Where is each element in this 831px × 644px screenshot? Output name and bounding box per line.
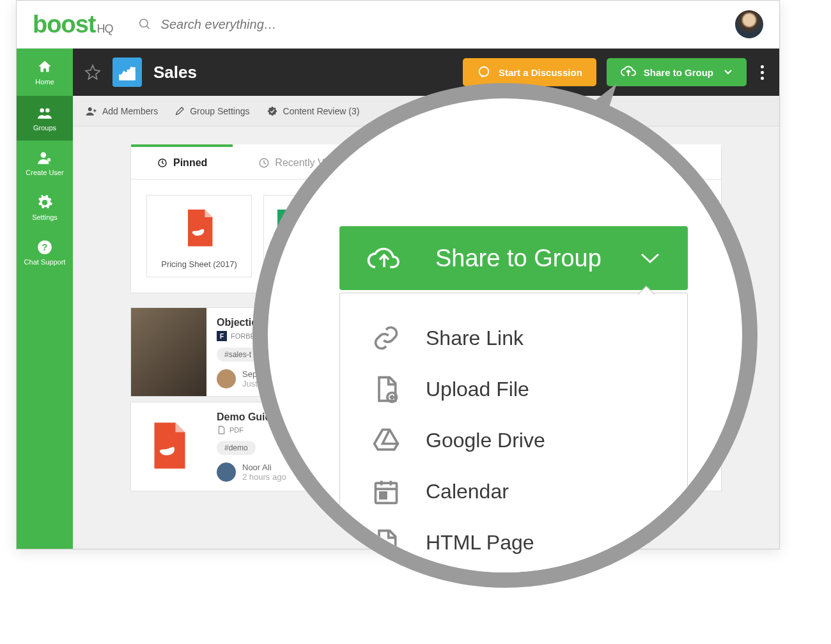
toolbar-label: Group Settings — [190, 106, 249, 116]
svg-rect-9 — [124, 73, 127, 79]
add-members-button[interactable]: Add Members — [86, 105, 158, 117]
groups-icon — [36, 105, 53, 121]
feed-source: PDF — [229, 426, 244, 434]
button-label: Share to Group — [435, 245, 639, 272]
sidebar: Home Groups Create User Settings ? Chat … — [17, 49, 73, 549]
more-menu[interactable] — [757, 65, 768, 80]
menu-label: Google Drive — [426, 429, 545, 452]
pdf-icon — [184, 210, 215, 248]
pin-icon — [157, 157, 168, 169]
menu-calendar[interactable]: Calendar — [372, 466, 655, 517]
calendar-icon — [372, 477, 400, 505]
search-icon — [138, 17, 151, 31]
menu-label: HTML Page — [426, 531, 534, 555]
sidebar-item-settings[interactable]: Settings — [17, 185, 73, 230]
svg-point-3 — [45, 108, 50, 112]
pdf-icon — [150, 422, 188, 471]
sidebar-label: Create User — [26, 169, 63, 176]
sidebar-label: Chat Support — [24, 258, 66, 266]
svg-rect-18 — [380, 493, 386, 498]
cloud-upload-icon — [621, 66, 636, 79]
menu-upload-file[interactable]: Upload File — [372, 364, 655, 415]
group-settings-button[interactable]: Group Settings — [175, 106, 249, 116]
menu-label: Upload File — [426, 378, 529, 401]
google-drive-icon — [372, 426, 400, 454]
tab-label: Pinned — [173, 157, 207, 169]
user-avatar[interactable] — [735, 10, 763, 38]
help-icon: ? — [36, 239, 53, 256]
add-user-icon — [36, 150, 53, 166]
doc-title: Pricing Sheet (2017) — [161, 259, 237, 269]
group-icon — [113, 57, 142, 87]
search[interactable] — [138, 17, 722, 32]
page-title: Sales — [153, 63, 197, 82]
topbar: boostHQ — [17, 1, 779, 49]
svg-line-1 — [147, 26, 150, 29]
file-add-icon — [372, 375, 400, 403]
zoom-callout: Share to Group Share Link Upload File Go… — [252, 83, 757, 588]
star-icon[interactable] — [84, 64, 101, 80]
add-user-icon — [86, 105, 97, 117]
menu-share-link[interactable]: Share Link — [372, 312, 655, 364]
gear-icon — [36, 194, 53, 211]
svg-point-0 — [140, 19, 148, 27]
search-input[interactable] — [161, 17, 722, 32]
sidebar-item-groups[interactable]: Groups — [17, 96, 73, 141]
share-to-group-button[interactable]: Share to Group — [607, 58, 747, 86]
svg-point-4 — [41, 152, 47, 158]
pencil-icon — [175, 106, 185, 116]
chevron-down-icon — [639, 252, 661, 264]
svg-text:?: ? — [42, 241, 47, 252]
svg-rect-11 — [132, 68, 135, 80]
button-label: Start a Discussion — [499, 67, 582, 78]
link-icon — [372, 324, 400, 352]
sidebar-label: Home — [35, 78, 54, 86]
start-discussion-button[interactable]: Start a Discussion — [463, 58, 596, 86]
tab-pinned[interactable]: Pinned — [131, 144, 233, 179]
feed-tag[interactable]: #demo — [217, 441, 256, 455]
svg-rect-8 — [120, 75, 123, 79]
file-icon — [217, 425, 226, 434]
svg-point-2 — [40, 108, 43, 112]
svg-point-13 — [88, 107, 92, 111]
menu-html-page[interactable]: HTML HTML Page — [372, 517, 655, 568]
pinned-doc[interactable]: Pricing Sheet (2017) — [146, 195, 252, 277]
chat-icon — [477, 65, 491, 79]
home-icon — [36, 59, 53, 75]
menu-label: Share Link — [426, 326, 524, 350]
sidebar-item-home[interactable]: Home — [17, 49, 73, 96]
share-to-group-large-button[interactable]: Share to Group — [339, 226, 688, 290]
toolbar-label: Add Members — [102, 106, 158, 116]
cloud-upload-icon — [366, 241, 402, 275]
logo: boostHQ — [33, 11, 113, 38]
chevron-down-icon — [724, 69, 733, 75]
button-label: Share to Group — [644, 67, 713, 78]
svg-point-12 — [479, 67, 489, 77]
sidebar-label: Settings — [32, 213, 58, 221]
svg-text:HTML: HTML — [378, 544, 394, 551]
svg-rect-10 — [128, 71, 130, 80]
menu-label: Calendar — [426, 480, 509, 503]
menu-google-drive[interactable]: Google Drive — [372, 415, 655, 466]
html-icon: HTML — [372, 528, 400, 556]
sidebar-item-chat-support[interactable]: ? Chat Support — [17, 230, 73, 275]
sidebar-item-create-user[interactable]: Create User — [17, 141, 73, 185]
sidebar-label: Groups — [33, 124, 56, 132]
share-menu: Share Link Upload File Google Drive Cale… — [339, 293, 688, 588]
